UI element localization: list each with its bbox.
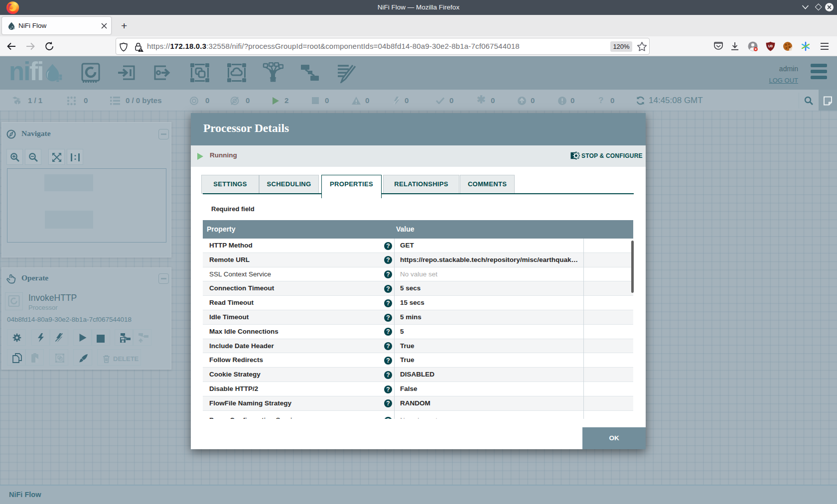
svg-text:U0: U0 [768, 44, 773, 48]
